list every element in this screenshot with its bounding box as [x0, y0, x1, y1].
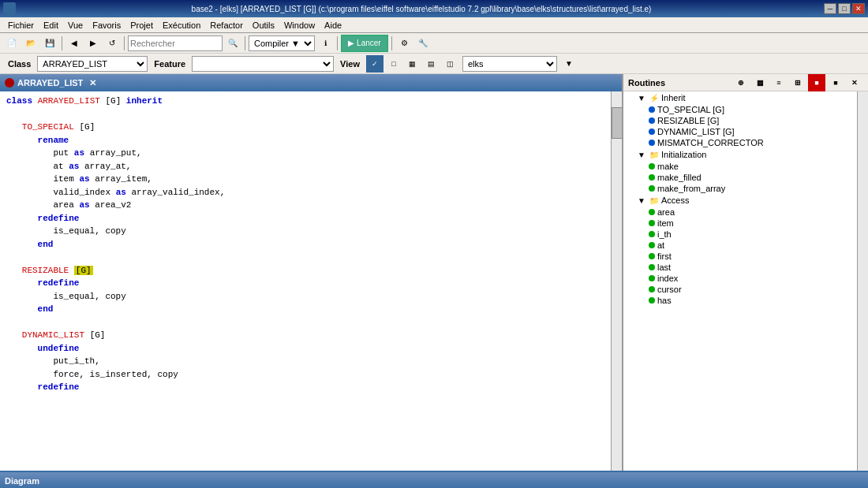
- class-toolbar: Class ARRAYED_LIST Feature View ✓ □ ▦ ▤ …: [0, 54, 868, 74]
- feature-select[interactable]: [192, 56, 334, 72]
- maximize-button[interactable]: □: [838, 3, 851, 14]
- scrollbar-thumb[interactable]: [612, 107, 622, 139]
- tree-item-to-special[interactable]: TO_SPECIAL [G]: [623, 104, 857, 115]
- diagram-title: Diagram: [5, 476, 39, 486]
- routines-btn1[interactable]: ⊕: [732, 74, 750, 91]
- back-button[interactable]: ◀: [65, 35, 83, 52]
- to-special-label: TO_SPECIAL [G]: [657, 105, 724, 114]
- menu-favoris[interactable]: Favoris: [88, 20, 125, 31]
- access-label: Access: [661, 196, 689, 205]
- tree-item-mismatch[interactable]: MISMATCH_CORRECTOR: [623, 137, 857, 148]
- elks-dropdown-btn[interactable]: ▼: [560, 55, 578, 73]
- tree-item-inherit[interactable]: ▼ ⚡ Inherit: [623, 91, 857, 104]
- routines-body[interactable]: ▼ ⚡ Inherit TO_SPECIAL [G] RESIZABLE [G]: [623, 91, 868, 471]
- tree-item-dynamic-list[interactable]: DYNAMIC_LIST [G]: [623, 126, 857, 137]
- forward-button[interactable]: ▶: [84, 35, 102, 52]
- close-button[interactable]: ✕: [852, 3, 865, 14]
- main-area: ARRAYED_LIST ✕ class ARRAYED_LIST [G] in…: [0, 74, 868, 471]
- new-button[interactable]: 📄: [3, 35, 21, 52]
- close-icon[interactable]: ✕: [89, 78, 96, 88]
- tree-item-at[interactable]: at: [623, 240, 857, 251]
- save-button[interactable]: 💾: [41, 35, 58, 52]
- vertical-scrollbar[interactable]: [611, 91, 622, 471]
- class-label: Class: [5, 59, 34, 69]
- inherit-icon: ⚡: [649, 92, 660, 103]
- view-btn5[interactable]: ◫: [442, 55, 459, 73]
- make-filled-label: make_filled: [657, 173, 702, 182]
- menu-projet[interactable]: Projet: [125, 20, 158, 31]
- code-header: ARRAYED_LIST ✕: [0, 74, 622, 91]
- routines-btn4[interactable]: ⊞: [789, 74, 806, 91]
- tree-item-resizable[interactable]: RESIZABLE [G]: [623, 115, 857, 126]
- routines-btn2[interactable]: ▦: [751, 74, 769, 91]
- tree-item-area[interactable]: area: [623, 207, 857, 218]
- menu-aide[interactable]: Aide: [320, 20, 346, 31]
- bottom-area: Diagram elks ARRAYED_LIST (aucune_routin…: [0, 471, 868, 488]
- tree-item-last[interactable]: last: [623, 262, 857, 273]
- menu-edit[interactable]: Edit: [39, 20, 63, 31]
- menu-refactor[interactable]: Refactor: [205, 20, 248, 31]
- tool-btn2[interactable]: 🔧: [414, 35, 432, 52]
- area-label: area: [657, 207, 675, 217]
- green-dot-make-filled: [649, 174, 655, 181]
- menu-window[interactable]: Window: [279, 20, 320, 31]
- expand-icon-2: ▼: [636, 149, 647, 160]
- green-dot-item: [649, 220, 655, 226]
- minimize-button[interactable]: ─: [824, 3, 836, 14]
- routines-scrollbar[interactable]: [857, 91, 868, 471]
- compile-btn[interactable]: ▶ Lancer: [341, 35, 388, 52]
- tree-item-item[interactable]: item: [623, 218, 857, 229]
- menu-outils[interactable]: Outils: [248, 20, 279, 31]
- tree-item-make-from-array[interactable]: make_from_array: [623, 183, 857, 194]
- app-icon: [3, 2, 16, 15]
- code-title: ARRAYED_LIST ✕: [5, 78, 96, 88]
- item-label: item: [657, 218, 674, 228]
- green-dot-area: [649, 209, 655, 215]
- tree-item-make[interactable]: make: [623, 161, 857, 172]
- routines-btn3[interactable]: ≡: [770, 74, 788, 91]
- routines-btn6[interactable]: ■: [827, 74, 844, 91]
- refresh-button[interactable]: ↺: [103, 35, 121, 52]
- green-dot-at: [649, 242, 655, 248]
- compiler-info-button[interactable]: ℹ: [316, 35, 334, 52]
- view-check-btn[interactable]: ✓: [366, 55, 383, 73]
- last-label: last: [657, 263, 671, 272]
- tree-item-index[interactable]: index: [623, 273, 857, 284]
- tree-item-has[interactable]: has: [623, 295, 857, 306]
- tool-btn1[interactable]: ⚙: [395, 35, 413, 52]
- code-body[interactable]: class ARRAYED_LIST [G] inherit TO_SPECIA…: [0, 91, 622, 471]
- feature-label: Feature: [151, 59, 189, 69]
- class-select[interactable]: ARRAYED_LIST: [37, 56, 148, 72]
- cursor-label: cursor: [657, 285, 682, 294]
- menu-vue[interactable]: Vue: [63, 20, 88, 31]
- menu-execution[interactable]: Exécution: [158, 20, 205, 31]
- code-panel: ARRAYED_LIST ✕ class ARRAYED_LIST [G] in…: [0, 74, 623, 471]
- view-btn2[interactable]: □: [385, 55, 402, 73]
- toolbar-separator-5: [391, 36, 392, 50]
- tree-item-make-filled[interactable]: make_filled: [623, 172, 857, 183]
- view-btn4[interactable]: ▤: [423, 55, 440, 73]
- folder-icon-init: 📁: [649, 149, 660, 160]
- routines-close[interactable]: ✕: [846, 74, 863, 91]
- compiler-select[interactable]: Compiler ▼: [249, 35, 315, 51]
- tree-item-access[interactable]: ▼ 📁 Access: [623, 194, 857, 207]
- routines-btn5[interactable]: ■: [808, 74, 825, 91]
- menu-fichier[interactable]: Fichier: [3, 20, 39, 31]
- search-go-button[interactable]: 🔍: [224, 35, 241, 52]
- tree-item-i-th[interactable]: i_th: [623, 229, 857, 240]
- toolbar-separator-3: [245, 36, 245, 50]
- green-dot-i-th: [649, 231, 655, 237]
- tree-item-initialization[interactable]: ▼ 📁 Initialization: [623, 148, 857, 161]
- elks-select[interactable]: elks: [462, 56, 557, 72]
- routines-tree: ▼ ⚡ Inherit TO_SPECIAL [G] RESIZABLE [G]: [623, 91, 857, 471]
- tree-item-cursor[interactable]: cursor: [623, 284, 857, 295]
- tree-item-first[interactable]: first: [623, 251, 857, 262]
- window-title: base2 - [elks] [ARRAYED_LIST [G]] (c:\pr…: [192, 5, 652, 13]
- first-label: first: [657, 251, 672, 261]
- view-btn3[interactable]: ▦: [404, 55, 421, 73]
- search-input[interactable]: [128, 35, 223, 51]
- open-button[interactable]: 📂: [22, 35, 39, 52]
- blue-dot-4: [649, 140, 655, 146]
- make-label: make: [657, 162, 679, 171]
- routines-title: Routines: [628, 78, 665, 88]
